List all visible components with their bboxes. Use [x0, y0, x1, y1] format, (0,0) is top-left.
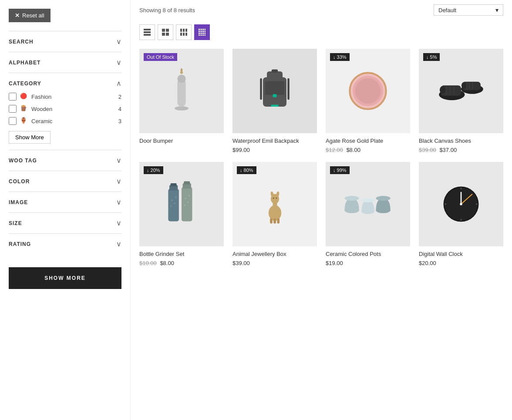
svg-rect-16	[205, 29, 206, 30]
discount-badge-shoes: ↓ 5%	[423, 53, 440, 61]
ceramic-icon: 🏺	[20, 117, 28, 125]
sidebar-show-more-button[interactable]: SHOW MORE	[9, 267, 121, 289]
svg-rect-13	[199, 29, 200, 30]
product-card-animal: ↓ 80%	[232, 162, 317, 266]
chevron-down-icon: ∨	[116, 156, 121, 165]
filter-header-category[interactable]: CATEGORY ∧	[9, 79, 121, 87]
product-info-plate: Agate Rose Gold Plate $12.00 $8.00	[326, 133, 410, 153]
filter-header-woo-tag[interactable]: WOO TAG ∨	[9, 156, 121, 165]
show-more-categories-button[interactable]: Show More	[9, 131, 51, 144]
product-name-shoes: Black Canvas Shoes	[419, 138, 503, 144]
svg-rect-24	[205, 33, 206, 34]
product-image-clock[interactable]	[419, 162, 503, 246]
backpack-svg	[255, 67, 294, 115]
category-checkbox-fashion[interactable]	[9, 93, 17, 101]
category-count-ceramic: 3	[118, 118, 121, 124]
svg-rect-9	[185, 29, 187, 32]
main-content: Showing 8 of 8 results Default ▾	[131, 0, 512, 420]
sidebar-footer: SHOW MORE	[9, 267, 121, 289]
product-price-shoes: $39.00 $37.00	[419, 147, 503, 153]
grid-3col-button[interactable]	[176, 24, 192, 40]
product-image-pots[interactable]: ↓ 99%	[326, 162, 410, 246]
category-list: 🔴 Fashion 2 🪵 Wooden 4 🏺 Ceramic 3	[9, 93, 121, 125]
svg-point-75	[273, 198, 274, 199]
product-price-clock: $20.00	[419, 260, 503, 266]
svg-rect-6	[166, 33, 169, 36]
svg-point-60	[174, 203, 176, 205]
filter-header-size[interactable]: SIZE ∨	[9, 219, 121, 227]
filter-header-color[interactable]: COLOR ∨	[9, 177, 121, 185]
product-info-door-bumper: Door Bumper	[139, 133, 224, 144]
svg-rect-20	[205, 31, 206, 32]
product-info-grinder: Bottle Grinder Set $10.00 $8.00	[139, 246, 224, 266]
grid-4-icon	[199, 29, 205, 36]
svg-rect-7	[180, 29, 182, 32]
out-of-stock-badge: Out Of Stock	[144, 53, 177, 61]
product-image-grinder[interactable]: ↓ 20%	[139, 162, 224, 246]
product-image-animal[interactable]: ↓ 80%	[232, 162, 317, 246]
filter-header-rating[interactable]: RATING ∨	[9, 240, 121, 248]
svg-point-90	[460, 188, 462, 189]
svg-rect-14	[201, 29, 202, 30]
filter-title-image: IMAGE	[9, 199, 28, 205]
svg-rect-1	[144, 31, 151, 33]
svg-rect-12	[185, 33, 187, 36]
product-image-door-bumper[interactable]: Out Of Stock	[139, 49, 224, 133]
product-card-clock: Digital Wall Clock $20.00	[419, 162, 503, 266]
shoes-svg	[437, 74, 485, 108]
svg-rect-28	[205, 35, 206, 36]
svg-point-85	[376, 196, 390, 201]
svg-rect-30	[177, 79, 185, 107]
discount-badge-plate: ↓ 33%	[330, 53, 350, 61]
discount-badge-grinder: ↓ 20%	[144, 166, 163, 174]
top-bar: Showing 8 of 8 results Default ▾	[139, 0, 503, 24]
svg-rect-5	[162, 33, 165, 36]
product-card-plate: ↓ 33% Agate Rose Gold Plate $12.00 $8.00	[326, 49, 410, 153]
svg-rect-3	[162, 29, 165, 32]
discount-badge-animal: ↓ 80%	[237, 166, 256, 174]
category-item-fashion: 🔴 Fashion 2	[9, 93, 121, 101]
fashion-icon: 🔴	[20, 93, 28, 101]
category-checkbox-ceramic[interactable]	[9, 117, 17, 125]
svg-rect-27	[202, 35, 204, 36]
filter-title-search: SEARCH	[9, 39, 34, 45]
grid-2col-button[interactable]	[158, 24, 173, 40]
filter-header-image[interactable]: IMAGE ∨	[9, 198, 121, 206]
filter-header-alphabet[interactable]: ALPHABET ∨	[9, 58, 121, 67]
category-item-wooden: 🪵 Wooden 4	[9, 105, 121, 113]
category-name-ceramic: Ceramic	[31, 118, 115, 124]
svg-rect-19	[202, 31, 204, 32]
category-checkbox-wooden[interactable]	[9, 105, 17, 113]
svg-point-68	[184, 205, 185, 206]
grid-1col-button[interactable]	[139, 24, 155, 40]
svg-point-83	[361, 198, 374, 202]
svg-rect-21	[199, 33, 200, 34]
grid-4col-button[interactable]	[194, 24, 210, 40]
product-image-backpack[interactable]	[232, 49, 317, 133]
svg-rect-8	[183, 29, 185, 32]
filter-title-rating: RATING	[9, 241, 31, 247]
product-image-plate[interactable]: ↓ 33%	[326, 49, 410, 133]
svg-rect-23	[202, 33, 204, 34]
product-card-grinder: ↓ 20%	[139, 162, 224, 266]
product-image-shoes[interactable]: ↓ 5%	[419, 49, 503, 133]
product-name-grinder: Bottle Grinder Set	[139, 251, 224, 257]
svg-point-32	[180, 71, 183, 74]
svg-rect-17	[199, 31, 200, 32]
filter-section-rating: RATING ∨	[9, 233, 121, 254]
svg-point-94	[460, 203, 462, 205]
reset-all-button[interactable]: ✕ Reset all	[9, 9, 51, 22]
product-price-grinder: $10.00 $8.00	[139, 260, 224, 266]
product-price-backpack: $99.00	[232, 147, 317, 153]
svg-point-76	[276, 198, 277, 199]
svg-rect-58	[171, 183, 177, 186]
product-price-animal: $39.00	[232, 260, 317, 266]
filter-header-search[interactable]: SEARCH ∨	[9, 37, 121, 46]
results-text: Showing 8 of 8 results	[139, 7, 195, 13]
filter-section-category: CATEGORY ∧ 🔴 Fashion 2 🪵 Wooden 4	[9, 73, 121, 150]
product-price-plate: $12.00 $8.00	[326, 147, 410, 153]
filter-section-search: SEARCH ∨	[9, 31, 121, 52]
grinder-svg	[166, 180, 197, 228]
sort-select[interactable]: Default ▾	[434, 4, 503, 16]
product-name-door-bumper: Door Bumper	[139, 138, 224, 144]
